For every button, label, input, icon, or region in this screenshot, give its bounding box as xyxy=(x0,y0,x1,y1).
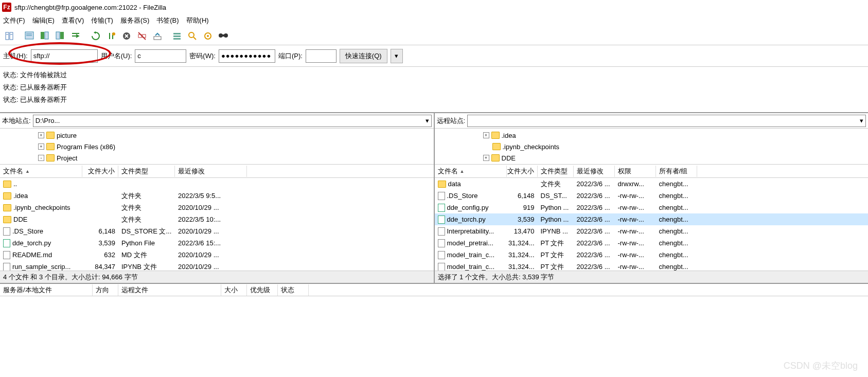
column-header[interactable]: 文件名▲ xyxy=(0,166,82,177)
menu-item[interactable]: 查看(V) xyxy=(62,16,84,25)
toggle-queue-icon[interactable] xyxy=(69,29,83,43)
file-icon xyxy=(438,263,445,271)
column-header[interactable]: 状态 xyxy=(278,284,309,296)
reconnect-icon[interactable] xyxy=(150,29,165,43)
expand-icon[interactable]: + xyxy=(38,132,44,138)
pass-input[interactable] xyxy=(219,49,275,63)
svg-rect-1 xyxy=(10,32,13,40)
column-header[interactable]: 远程文件 xyxy=(118,284,221,296)
tree-item[interactable]: +Program Files (x86) xyxy=(2,141,432,152)
remote-path-label: 远程站点: xyxy=(437,116,466,125)
sync-browse-icon[interactable] xyxy=(201,29,215,43)
local-list[interactable]: ...idea文件夹2022/3/5 9:5....ipynb_checkpoi… xyxy=(0,178,434,271)
column-header[interactable]: 最近修改 xyxy=(175,166,247,177)
disconnect-icon[interactable] xyxy=(135,29,149,43)
column-header[interactable]: 文件类型 xyxy=(538,166,574,177)
column-header[interactable]: 优先级 xyxy=(247,284,278,296)
local-list-header[interactable]: 文件名▲文件大小文件类型最近修改 xyxy=(0,165,434,178)
folder-icon xyxy=(491,154,500,161)
list-row[interactable]: model_train_c...31,324...PT 文件2022/3/6 .… xyxy=(435,261,869,271)
message-log[interactable]: 状态: 文件传输被跳过状态: 已从服务器断开状态: 已从服务器断开 xyxy=(0,67,868,113)
local-status: 4 个文件 和 3 个目录。大小总计: 94,666 字节 xyxy=(0,271,434,283)
list-row[interactable]: run_sample_scrip...84,347IPYNB 文件2020/10… xyxy=(0,261,434,271)
list-row[interactable]: data文件夹2022/3/6 ...drwxrw...chengbt... xyxy=(435,178,869,190)
cancel-icon[interactable] xyxy=(119,29,134,43)
column-header[interactable]: 文件类型 xyxy=(118,166,175,177)
collapse-icon[interactable]: - xyxy=(38,155,44,161)
search-icon[interactable] xyxy=(216,29,231,43)
list-row[interactable]: README.md632MD 文件2020/10/29 ... xyxy=(0,249,434,261)
svg-rect-0 xyxy=(6,32,9,40)
local-tree[interactable]: +picture+Program Files (x86)-Project xyxy=(0,129,434,165)
list-row[interactable]: Interpretability...13,470IPYNB ...2022/3… xyxy=(435,225,869,237)
quick-connect-dropdown[interactable]: ▾ xyxy=(391,49,403,63)
column-header[interactable]: 所有者/组 xyxy=(656,166,697,177)
refresh-icon[interactable] xyxy=(88,29,103,43)
quick-connect-button[interactable]: 快速连接(Q) xyxy=(340,49,387,63)
remote-path-select[interactable]: ▾ xyxy=(467,115,866,127)
menu-item[interactable]: 编辑(E) xyxy=(32,16,55,25)
site-manager-icon[interactable] xyxy=(3,29,17,43)
column-header[interactable]: 权限 xyxy=(615,166,656,177)
file-icon xyxy=(438,251,445,259)
host-input[interactable] xyxy=(31,49,98,63)
list-row[interactable]: .DS_Store6,148DS_STORE 文...2020/10/29 ..… xyxy=(0,225,434,237)
user-input[interactable] xyxy=(135,49,186,63)
svg-line-21 xyxy=(193,37,196,40)
expand-icon[interactable]: + xyxy=(483,132,489,138)
folder-icon xyxy=(3,204,11,211)
tree-item[interactable]: .ipynb_checkpoints xyxy=(437,141,866,152)
list-row[interactable]: .ipynb_checkpoints文件夹2020/10/29 ... xyxy=(0,202,434,213)
tree-item[interactable]: +picture xyxy=(2,130,432,141)
tree-item[interactable]: -Project xyxy=(2,152,432,164)
svg-rect-16 xyxy=(154,37,161,40)
tree-item[interactable]: +DDE xyxy=(437,152,866,164)
python-file-icon xyxy=(3,239,10,247)
list-row[interactable]: model_train_c...31,324...PT 文件2022/3/6 .… xyxy=(435,249,869,261)
column-header[interactable]: 文件大小 xyxy=(82,166,118,177)
list-row[interactable]: .. xyxy=(0,178,434,190)
list-row[interactable]: model_pretrai...31,324...PT 文件2022/3/6 .… xyxy=(435,237,869,249)
port-label: 端口(P): xyxy=(278,51,303,61)
folder-icon xyxy=(46,132,55,139)
column-header[interactable]: 大小 xyxy=(221,284,247,296)
column-header[interactable]: 方向 xyxy=(93,284,118,296)
column-header[interactable]: 文件大小 xyxy=(507,166,538,177)
list-row[interactable]: DDE文件夹2022/3/5 10:... xyxy=(0,213,434,225)
queue-body[interactable] xyxy=(0,296,868,377)
column-header[interactable]: 服务器/本地文件 xyxy=(0,284,93,296)
filter-icon[interactable] xyxy=(170,29,184,43)
folder-icon xyxy=(438,181,446,188)
menu-item[interactable]: 文件(F) xyxy=(3,16,25,25)
column-header[interactable]: 最近修改 xyxy=(574,166,615,177)
menu-item[interactable]: 传输(T) xyxy=(91,16,113,25)
file-icon xyxy=(438,239,445,247)
local-path-select[interactable]: D:\Pro...▾ xyxy=(33,115,432,127)
compare-icon[interactable] xyxy=(185,29,200,43)
remote-tree[interactable]: +.idea.ipynb_checkpoints+DDE xyxy=(435,129,869,165)
toggle-local-icon[interactable] xyxy=(38,29,52,43)
list-row[interactable]: dde_config.py919Python ...2022/3/6 ...-r… xyxy=(435,202,869,213)
menu-item[interactable]: 服务器(S) xyxy=(120,16,149,25)
list-row[interactable]: dde_torch.py3,539Python File2022/3/6 15:… xyxy=(0,237,434,249)
list-row[interactable]: .DS_Store6,148DS_ST...2022/3/6 ...-rw-rw… xyxy=(435,190,869,202)
tree-item[interactable]: +.idea xyxy=(437,130,866,141)
remote-list-header[interactable]: 文件名▲文件大小文件类型最近修改权限所有者/组 xyxy=(435,165,869,178)
port-input[interactable] xyxy=(306,49,336,63)
toolbar xyxy=(0,27,868,45)
menu-item[interactable]: 帮助(H) xyxy=(186,16,209,25)
list-row[interactable]: dde_torch.py3,539Python ...2022/3/6 ...-… xyxy=(435,213,869,225)
expand-icon[interactable]: + xyxy=(38,143,44,150)
expand-icon[interactable]: + xyxy=(483,155,489,161)
toggle-log-icon[interactable] xyxy=(23,29,37,43)
list-row[interactable]: .idea文件夹2022/3/5 9:5... xyxy=(0,190,434,202)
remote-list[interactable]: data文件夹2022/3/6 ...drwxrw...chengbt....D… xyxy=(435,178,869,271)
menu-item[interactable]: 书签(B) xyxy=(156,16,179,25)
toggle-remote-icon[interactable] xyxy=(54,29,68,43)
local-pane: 本地站点: D:\Pro...▾ +picture+Program Files … xyxy=(0,113,435,283)
queue-header[interactable]: 服务器/本地文件方向远程文件大小优先级状态 xyxy=(0,283,868,296)
process-queue-icon[interactable] xyxy=(104,29,118,43)
folder-icon xyxy=(3,192,11,200)
menu-bar[interactable]: 文件(F)编辑(E)查看(V)传输(T)服务器(S)书签(B)帮助(H) xyxy=(0,14,868,27)
column-header[interactable]: 文件名▲ xyxy=(435,166,507,177)
